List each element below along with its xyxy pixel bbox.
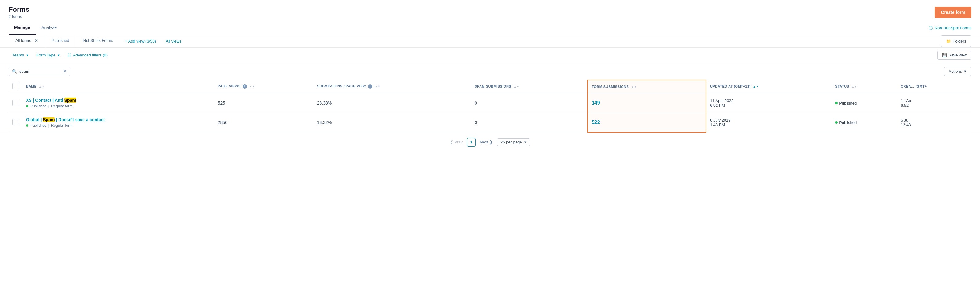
table-header-checkbox[interactable] — [9, 80, 22, 93]
status-cell-1: Published — [832, 93, 897, 113]
tab-analyze[interactable]: Analyze — [36, 21, 62, 35]
info-icon-submissions[interactable]: i — [368, 84, 372, 89]
spam-submissions-cell-1: 0 — [471, 93, 588, 113]
folders-button[interactable]: 📁 Folders — [941, 35, 971, 47]
chevron-left-icon: ❮ — [450, 140, 453, 144]
actions-button[interactable]: Actions ▼ — [944, 67, 971, 76]
col-header-submissions-per-page: SUBMISSIONS / PAGE VIEW i ▲▼ — [313, 80, 471, 93]
view-tab-close-all-forms[interactable]: ✕ — [35, 38, 38, 43]
sort-arrows-page-views[interactable]: ▲▼ — [249, 85, 255, 88]
sort-arrows-submissions[interactable]: ▲▼ — [375, 85, 380, 88]
table-row: XS | Contact | Anti Spam Published | Reg… — [9, 93, 971, 113]
created-cell-1: 11 Ap6:52 — [897, 93, 971, 113]
form-meta-2: Published | Regular form — [26, 123, 210, 128]
page-title: Forms — [9, 6, 29, 14]
status-dot-published-1 — [26, 105, 29, 107]
add-view-button[interactable]: + Add view (3/50) — [120, 36, 161, 46]
folder-icon: 📁 — [946, 39, 951, 43]
search-icon: 🔍 — [12, 69, 17, 74]
form-name-link-2[interactable]: Global | Spam | Doesn't save a contact — [26, 117, 105, 122]
pagination-row: ❮ Prev 1 Next ❯ 25 per page ▼ — [0, 133, 980, 151]
status-dot-1 — [835, 102, 838, 104]
table-row: Global | Spam | Doesn't save a contact P… — [9, 113, 971, 132]
info-circle-icon: ⓘ — [929, 25, 933, 31]
created-cell-2: 6 Ju12:48 — [897, 113, 971, 132]
chevron-down-icon: ▼ — [523, 140, 527, 144]
header-checkbox[interactable] — [12, 83, 19, 89]
col-header-form-submissions: FORM SUBMISSIONS ▲▼ — [588, 80, 706, 93]
sort-arrows-name[interactable]: ▲▼ — [39, 85, 45, 88]
filter-lines-icon: ☷ — [68, 53, 72, 57]
col-header-updated-at: UPDATED AT (GMT+11) ▲▼ — [706, 80, 832, 93]
view-tabs-bar: All forms ✕ Published HubShots Forms + A… — [0, 35, 980, 48]
submissions-per-page-cell-2: 18.32% — [313, 113, 471, 132]
view-tab-all-forms[interactable]: All forms ✕ — [9, 35, 45, 47]
sort-arrows-form-sub[interactable]: ▲▼ — [631, 86, 637, 89]
sort-arrows-status[interactable]: ▲▼ — [851, 85, 858, 88]
col-header-created: CREA... (GMT+ — [897, 80, 971, 93]
non-hubspot-forms-link[interactable]: ⓘ Non-HubSpot Forms — [929, 25, 971, 31]
updated-at-cell-2: 6 July 20191:43 PM — [706, 113, 832, 132]
sort-arrows-updated[interactable]: ▲▼ — [753, 85, 759, 88]
checkbox-1[interactable] — [12, 100, 19, 106]
search-box[interactable]: 🔍 ✕ — [9, 67, 70, 76]
secondary-filters: Teams ▼ Form Type ▼ ☷ Advanced filters (… — [0, 48, 980, 63]
tab-manage[interactable]: Manage — [9, 21, 36, 35]
page-views-cell-1: 525 — [214, 93, 313, 113]
current-page: 1 — [467, 138, 476, 147]
form-submissions-cell-1: 149 — [588, 93, 706, 113]
form-type-filter-button[interactable]: Form Type ▼ — [33, 51, 64, 59]
page-subtitle: 2 forms — [9, 14, 29, 19]
forms-table: NAME ▲▼ PAGE VIEWS i ▲▼ SUBMISSIONS / PA… — [9, 80, 971, 133]
form-submissions-cell-2: 522 — [588, 113, 706, 132]
col-header-name: NAME ▲▼ — [22, 80, 214, 93]
form-meta-1: Published | Regular form — [26, 104, 210, 108]
view-tab-published[interactable]: Published — [45, 35, 76, 47]
status-cell-2: Published — [832, 113, 897, 132]
info-icon-page-views[interactable]: i — [243, 84, 247, 89]
search-clear-icon[interactable]: ✕ — [63, 69, 67, 74]
chevron-down-icon: ▼ — [25, 53, 29, 57]
checkbox-2[interactable] — [12, 119, 19, 125]
save-icon: 💾 — [942, 53, 947, 57]
page-title-group: Forms 2 forms — [9, 6, 29, 19]
spam-submissions-cell-2: 0 — [471, 113, 588, 132]
row-checkbox-1[interactable] — [9, 93, 22, 113]
col-header-spam-submissions: SPAM SUBMISSIONS ▲▼ — [471, 80, 588, 93]
search-actions-row: 🔍 ✕ Actions ▼ — [0, 63, 980, 80]
form-name-cell-1: XS | Contact | Anti Spam Published | Reg… — [22, 93, 214, 113]
tabs-row: Manage Analyze ⓘ Non-HubSpot Forms — [0, 21, 980, 35]
forms-table-container: NAME ▲▼ PAGE VIEWS i ▲▼ SUBMISSIONS / PA… — [0, 80, 980, 133]
row-checkbox-2[interactable] — [9, 113, 22, 132]
chevron-down-icon: ▼ — [963, 69, 967, 73]
form-name-link-1[interactable]: XS | Contact | Anti Spam — [26, 98, 76, 103]
form-name-cell-2: Global | Spam | Doesn't save a contact P… — [22, 113, 214, 132]
all-views-button[interactable]: All views — [161, 36, 186, 46]
chevron-down-icon: ▼ — [57, 53, 60, 57]
page-views-cell-2: 2850 — [214, 113, 313, 132]
advanced-filters-button[interactable]: ☷ Advanced filters (0) — [64, 51, 111, 59]
sort-arrows-spam[interactable]: ▲▼ — [514, 85, 520, 88]
status-dot-2 — [835, 121, 838, 124]
submissions-per-page-cell-1: 28.38% — [313, 93, 471, 113]
per-page-select[interactable]: 25 per page ▼ — [497, 138, 530, 146]
main-tabs: Manage Analyze — [9, 21, 62, 35]
status-dot-published-2 — [26, 124, 29, 127]
col-header-status: STATUS ▲▼ — [832, 80, 897, 93]
view-tab-hubshots-forms[interactable]: HubShots Forms — [76, 35, 120, 47]
chevron-right-icon: ❯ — [489, 140, 493, 144]
page-header: Forms 2 forms Create form — [0, 0, 980, 19]
prev-button[interactable]: ❮ Prev — [450, 140, 463, 144]
create-form-button[interactable]: Create form — [935, 7, 971, 18]
teams-filter-button[interactable]: Teams ▼ — [9, 51, 33, 59]
col-header-page-views: PAGE VIEWS i ▲▼ — [214, 80, 313, 93]
search-input[interactable] — [19, 69, 61, 74]
updated-at-cell-1: 11 April 20226:52 PM — [706, 93, 832, 113]
next-button[interactable]: Next ❯ — [480, 140, 493, 144]
save-view-button[interactable]: 💾 Save view — [937, 51, 971, 59]
